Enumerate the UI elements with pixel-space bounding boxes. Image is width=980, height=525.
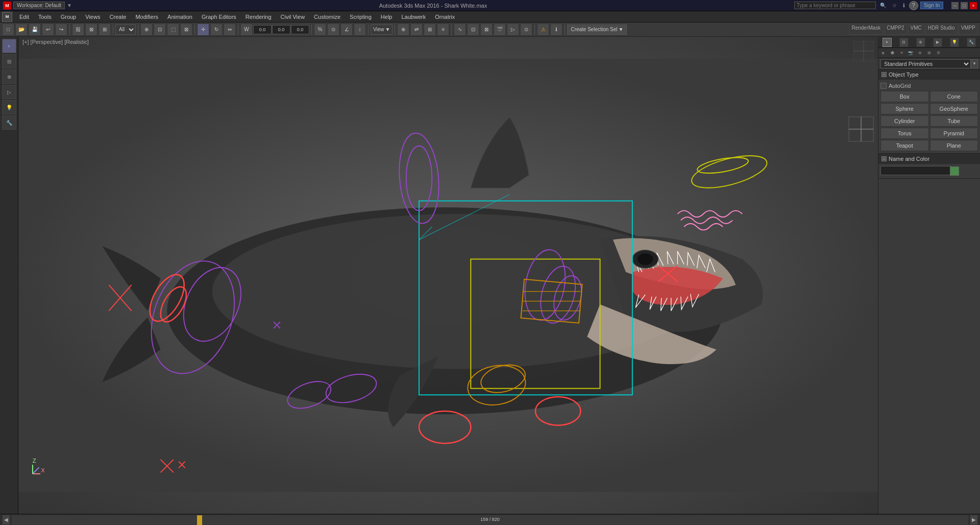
viewport-navigator[interactable] — [853, 41, 874, 61]
hierarchy-tab[interactable]: ⊕ — [916, 38, 925, 47]
modify-panel-btn[interactable]: ⊟ — [2, 54, 16, 68]
redo-button[interactable]: ↪ — [55, 23, 67, 36]
autogrid-checkbox[interactable] — [880, 83, 887, 89]
menu-item-group[interactable]: Group — [57, 13, 81, 21]
scene-info-btn[interactable]: ℹ — [550, 23, 562, 36]
menu-item-ornatrix[interactable]: Ornatrix — [431, 13, 459, 21]
window-crossing-btn[interactable]: ⊠ — [180, 23, 192, 36]
render-setup-btn[interactable]: 🎬 — [494, 23, 506, 36]
render-btn[interactable]: ▷ — [507, 23, 519, 36]
snap-toggle-btn[interactable]: ⊙ — [327, 23, 339, 36]
menu-item-customize[interactable]: Customize — [310, 13, 345, 21]
collapse-object-type[interactable]: − — [881, 72, 887, 77]
menu-item-views[interactable]: Views — [81, 13, 104, 21]
box-button[interactable]: Box — [880, 91, 929, 102]
viewport[interactable]: [+] [Perspective] [Realistic] — [18, 37, 878, 514]
layer-btn[interactable]: ≡ — [437, 23, 449, 36]
link-button[interactable]: ⛓ — [72, 23, 84, 36]
motion-tab[interactable]: ▶ — [933, 38, 942, 47]
primitives-select[interactable]: Standard Primitives — [880, 59, 971, 68]
close-button[interactable]: × — [970, 2, 977, 9]
bind-space-button[interactable]: ⊞ — [99, 23, 111, 36]
y-input[interactable] — [272, 25, 290, 34]
modify-tab[interactable]: ⊟ — [899, 38, 909, 47]
view-dropdown[interactable]: View ▼ — [371, 25, 393, 35]
motion-panel-btn[interactable]: ▷ — [2, 85, 16, 99]
spinner-snap-btn[interactable]: ↕ — [354, 23, 366, 36]
utilities-panel-btn[interactable]: 🔧 — [2, 115, 16, 130]
x-input[interactable] — [253, 25, 272, 34]
workspace-badge[interactable]: Workspace: Default — [13, 2, 65, 9]
z-input[interactable] — [291, 25, 309, 34]
ref-coord-btn[interactable]: W — [240, 23, 253, 36]
name-color-header[interactable]: − Name and Color — [878, 154, 980, 164]
unlink-button[interactable]: ⊠ — [85, 23, 97, 36]
renderframe-btn[interactable]: ⊙ — [520, 23, 532, 36]
dropdown-arrow-workspace[interactable]: ▼ — [67, 3, 72, 8]
menu-item-graph-editors[interactable]: Graph Editors — [198, 13, 240, 21]
timeline-next-btn[interactable]: ▶ — [970, 515, 978, 525]
menu-item-laubwerk[interactable]: Laubwerk — [397, 13, 430, 21]
collapse-name-color[interactable]: − — [881, 156, 887, 161]
display-panel-btn[interactable]: 💡 — [2, 100, 16, 114]
select-object-btn[interactable]: ⊕ — [140, 23, 153, 36]
maximize-button[interactable]: □ — [961, 2, 968, 9]
menu-item-modifiers[interactable]: Modifiers — [131, 13, 162, 21]
save-button[interactable]: 💾 — [29, 23, 41, 36]
lights-subtab[interactable]: ☀ — [897, 49, 906, 57]
pyramid-button[interactable]: Pyramid — [930, 128, 978, 139]
menu-item-tools[interactable]: Tools — [34, 13, 56, 21]
primitives-arrow[interactable]: ▼ — [971, 59, 978, 68]
torus-button[interactable]: Torus — [880, 128, 929, 139]
search-input[interactable] — [794, 2, 876, 9]
open-button[interactable]: 📂 — [15, 23, 28, 36]
material-editor-btn[interactable]: ⊠ — [480, 23, 493, 36]
display-tab[interactable]: 💡 — [950, 38, 959, 47]
cameras-subtab[interactable]: 📷 — [906, 49, 915, 57]
geometry-subtab[interactable]: ◈ — [878, 49, 888, 57]
align-btn[interactable]: ⊞ — [424, 23, 436, 36]
cone-button[interactable]: Cone — [930, 91, 978, 102]
angle-snap-btn[interactable]: ∠ — [340, 23, 353, 36]
systems-subtab[interactable]: ⚙ — [934, 49, 943, 57]
hierarchy-panel-btn[interactable]: ⊕ — [2, 69, 16, 84]
vmc-btn[interactable]: VMC — [908, 25, 924, 35]
tube-button[interactable]: Tube — [930, 115, 978, 127]
warning-btn[interactable]: ⚠ — [537, 23, 549, 36]
move-btn[interactable]: ✛ — [197, 23, 209, 36]
spacewarps-subtab[interactable]: ⊠ — [924, 49, 934, 57]
menu-item-help[interactable]: Help — [377, 13, 397, 21]
create-panel-btn[interactable]: + — [2, 39, 16, 53]
timeline-current-marker[interactable] — [197, 515, 202, 526]
cmpp2-btn[interactable]: CMPP2 — [884, 25, 906, 35]
curve-editor-btn[interactable]: ∿ — [454, 23, 466, 36]
hdr-studio-btn[interactable]: HDR Studio — [925, 25, 958, 35]
menu-item-scripting[interactable]: Scripting — [346, 13, 376, 21]
timeline-track[interactable]: 159 / 820 — [11, 515, 969, 525]
plane-button[interactable]: Plane — [930, 140, 978, 151]
sign-in-button[interactable]: Sign In — [920, 2, 943, 9]
rendermask-btn[interactable]: RenderMask — [849, 25, 883, 35]
rect-select-btn[interactable]: ⬚ — [167, 23, 179, 36]
named-sel-btn[interactable]: ⊕ — [397, 23, 409, 36]
percentage-snap-btn[interactable]: % — [314, 23, 326, 36]
mirror-btn[interactable]: ⇌ — [410, 23, 423, 36]
new-button[interactable]: □ — [2, 23, 14, 36]
undo-button[interactable]: ↩ — [42, 23, 54, 36]
create-tab[interactable]: + — [883, 38, 892, 47]
menu-item-civil-view[interactable]: Civil View — [277, 13, 309, 21]
star-icon[interactable]: ☆ — [892, 3, 897, 8]
shapes-subtab[interactable]: ⬟ — [888, 49, 897, 57]
timeline-prev-btn[interactable]: ◀ — [2, 515, 10, 525]
schematic-view-btn[interactable]: ⊡ — [467, 23, 479, 36]
help-button[interactable]: ? — [909, 1, 918, 10]
color-swatch[interactable] — [950, 166, 959, 176]
object-type-header[interactable]: − Object Type — [878, 69, 980, 80]
geosphere-button[interactable]: GeoSphere — [930, 103, 978, 114]
menu-item-create[interactable]: Create — [105, 13, 130, 21]
helpers-subtab[interactable]: ⊕ — [915, 49, 924, 57]
rotate-btn[interactable]: ↻ — [210, 23, 223, 36]
cylinder-button[interactable]: Cylinder — [880, 115, 929, 127]
minimize-button[interactable]: − — [951, 2, 959, 9]
select-by-name-btn[interactable]: ⊡ — [154, 23, 166, 36]
